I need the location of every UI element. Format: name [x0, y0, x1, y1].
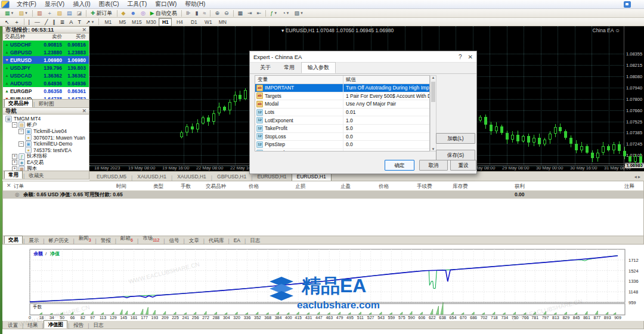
chart-tab-0[interactable]: EURUSD,M5	[92, 173, 131, 181]
price-axis[interactable]: 1.083551.082151.080801.079401.078001.076…	[624, 26, 644, 171]
marketplace-button[interactable]: ◎	[139, 9, 147, 17]
auto-scroll-button[interactable]: ⇥	[246, 9, 254, 17]
nav-item-[interactable]: +ƒ技术指标	[3, 153, 89, 160]
symbol-row-gbpusd[interactable]: ▲GBPUSD1.238801.23883	[3, 48, 89, 56]
param-value[interactable]: 0.0	[343, 134, 429, 140]
market-watch-toggle[interactable]: ▥	[35, 9, 44, 17]
orders-column-298[interactable]: 手数	[181, 183, 191, 190]
nav-item-3076071muwenyuan[interactable]: ●3076071: Muwen Yuan	[3, 135, 89, 141]
terminal-tab-1[interactable]: 展示	[25, 237, 42, 244]
label-tool[interactable]: T	[76, 18, 83, 26]
cursor-tool[interactable]: ↖	[3, 18, 11, 26]
symbol-row-eurgbp[interactable]: ▲EURGBP0.863580.86361	[3, 87, 89, 95]
text-tool[interactable]: A	[67, 18, 75, 26]
symbol-row-usdjpy[interactable]: ▲USDJPY139.796139.803	[3, 64, 89, 72]
load-button[interactable]: 加载(L)	[436, 133, 475, 144]
orders-column-1042[interactable]: 注释	[624, 183, 634, 190]
param-value[interactable]: Turn Off Autotrading During High Impac..…	[343, 85, 429, 91]
new-order-button[interactable]: ✚新订单	[89, 9, 114, 17]
menu-i[interactable]: 插入(I)	[69, 0, 94, 8]
ok-button[interactable]: 确定	[385, 160, 414, 171]
symbol-row-usdcad[interactable]: ▲USDCAD1.363621.36362	[3, 72, 89, 79]
community-button[interactable]: ☻	[128, 9, 137, 17]
column-value[interactable]: 赋值	[343, 76, 429, 84]
param-row-targets[interactable]: abTargets1 Pair For Every 500$ Account W…	[255, 92, 429, 101]
tester-tab-3[interactable]: 报告	[70, 321, 87, 329]
balance-row[interactable]: ◎ 余额: 0.65 USD 净值: 0.65 可用预付款: 0.65 0.00	[3, 191, 643, 199]
candlestick-chart-button[interactable]: ▮	[194, 9, 200, 17]
menu-w[interactable]: 窗口(W)	[151, 0, 181, 8]
help-icon[interactable]: ?	[459, 54, 462, 60]
dialog-tab-2[interactable]: 输入参数	[301, 62, 336, 73]
terminal-tab-6[interactable]: 市场112	[139, 234, 163, 244]
orders-column-858[interactable]: 获利	[515, 183, 525, 190]
param-value[interactable]: Use Any Of Major Pair	[343, 101, 429, 107]
timeframe-d1-button[interactable]: D1	[187, 18, 200, 26]
chart-tab-3[interactable]: GBPUSD,H1	[212, 173, 251, 181]
orders-column-412[interactable]: 价格	[249, 183, 259, 190]
nav-item-tmgmmt4[interactable]: ▣TMGM MT4	[3, 116, 89, 122]
close-icon[interactable]: ✕	[82, 108, 86, 114]
fibonacci-tool[interactable]: ≣	[58, 18, 67, 26]
terminal-tab-7[interactable]: 信号	[166, 237, 183, 244]
tester-tab-4[interactable]: 日志	[89, 321, 107, 329]
collapse-icon[interactable]: −	[18, 129, 24, 134]
terminal-tab-9[interactable]: 代码库	[205, 237, 228, 244]
periods-button[interactable]: ◔▼	[280, 9, 291, 17]
chart-shift-button[interactable]: ⇤	[255, 9, 264, 17]
timeframe-m5-button[interactable]: M5	[116, 18, 129, 26]
menu-h[interactable]: 帮助(H)	[181, 0, 209, 8]
terminal-tab-4[interactable]: 警报	[97, 237, 114, 244]
param-row-lotexponent[interactable]: 12LotExponent1.0	[255, 116, 429, 125]
tab-0[interactable]: 交易品种	[4, 99, 33, 107]
navigator-toggle[interactable]: ▧	[55, 9, 64, 17]
param-row-important[interactable]: abIMPORTANTTurn Off Autotrading During H…	[255, 84, 429, 92]
line-chart-button[interactable]: ≈	[202, 9, 208, 17]
cancel-button[interactable]: 取消	[419, 160, 448, 171]
nav-item-tickmilleudemo[interactable]: −▣TickmillEU-Demo	[3, 141, 89, 147]
autotrading-button[interactable]: ▶自动交易	[148, 9, 179, 17]
orders-column-252[interactable]: 类型	[153, 183, 163, 190]
collapse-icon[interactable]: −	[18, 141, 24, 147]
column-bid[interactable]: 卖价	[38, 33, 62, 41]
orders-column-754[interactable]: 库存费	[453, 183, 468, 190]
collapse-icon[interactable]: −	[12, 122, 17, 128]
terminal-toggle[interactable]: ▤	[65, 9, 74, 17]
timeframe-m15-button[interactable]: M15	[130, 18, 143, 26]
close-icon[interactable]: ✕	[82, 27, 86, 33]
arrows-tool[interactable]: ↗▼	[84, 18, 97, 26]
tester-tab-2[interactable]: 净值图	[44, 320, 67, 329]
horizontal-line-tool[interactable]: —	[33, 18, 42, 26]
symbol-row-audusd[interactable]: ▲AUDUSD0.649360.64936	[3, 79, 89, 87]
close-icon[interactable]: ✕	[468, 54, 473, 60]
templates-button[interactable]: ▧▼	[293, 9, 305, 17]
timeframe-m1-button[interactable]: M1	[101, 18, 114, 26]
crosshair-tool[interactable]: ＋	[13, 18, 21, 26]
param-value[interactable]: 0.0	[343, 141, 429, 147]
column-ask[interactable]: 买价	[62, 33, 86, 41]
menu-c[interactable]: 图表(C)	[95, 0, 123, 8]
param-row-modal[interactable]: abModalUse Any Of Major Pair	[255, 100, 429, 109]
timeframe-h1-button[interactable]: H1	[159, 18, 172, 26]
indicators-button[interactable]: ƒ▼	[268, 9, 279, 17]
zoom-out-button[interactable]: ⊖	[222, 9, 231, 17]
timeframe-mn-button[interactable]: MN	[216, 18, 229, 26]
param-value[interactable]: 0.01	[343, 109, 429, 115]
menu-t[interactable]: 工具(T)	[123, 0, 151, 8]
terminal-tab-2[interactable]: 帐户历史	[45, 237, 72, 244]
terminal-tab-3[interactable]: 新闻3	[75, 234, 95, 244]
terminal-tab-5[interactable]: 邮箱6	[117, 234, 137, 244]
vertical-line-tool[interactable]: |	[27, 18, 32, 26]
column-variable[interactable]: 变量	[255, 76, 343, 84]
trendline-tool[interactable]: ╱	[43, 18, 49, 26]
symbol-row-usdchf[interactable]: ▲USDCHF0.908150.90816	[3, 41, 89, 48]
new-chart-button[interactable]: ▦▼	[3, 9, 16, 17]
param-value[interactable]: 5.0	[343, 125, 429, 131]
timeframe-m30-button[interactable]: M30	[144, 18, 157, 26]
expand-icon[interactable]: +	[12, 160, 17, 165]
dialog-title-bar[interactable]: Expert - Chinna EA ? ✕	[250, 51, 476, 63]
nav-item-tickmilllive04[interactable]: −▣Tickmill-Live04	[3, 128, 89, 135]
metaeditor-button[interactable]: ◆	[120, 9, 128, 17]
terminal-tab-8[interactable]: 文章	[185, 237, 203, 244]
orders-column-490[interactable]: 止损	[295, 183, 305, 190]
